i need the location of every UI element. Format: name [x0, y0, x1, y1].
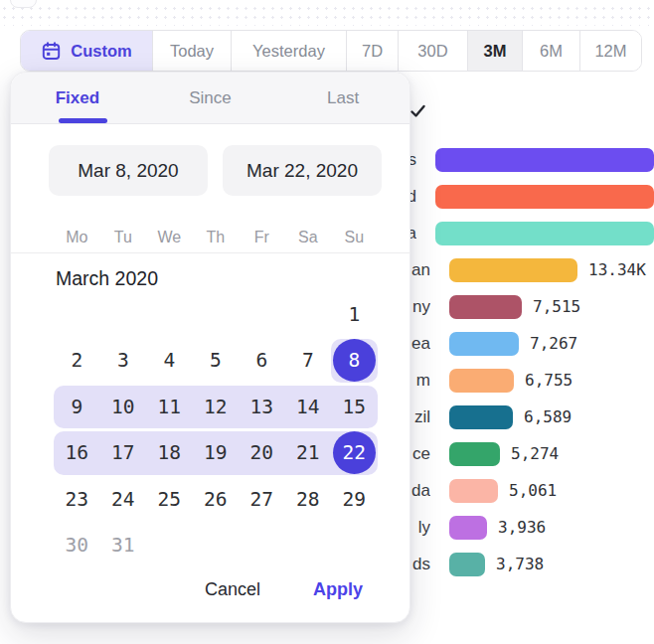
bar-value: 3,936 — [498, 518, 546, 537]
bar[interactable] — [449, 295, 522, 319]
bar[interactable] — [449, 405, 513, 429]
cutoff-panel-corner — [10, 0, 37, 8]
day-number: 21 — [296, 441, 319, 464]
day-cell[interactable]: 7 — [285, 338, 332, 385]
bar-value: 5,274 — [511, 444, 559, 463]
day-number: 1 — [348, 303, 360, 326]
day-number: 20 — [250, 441, 273, 464]
toolbar-segment-12m[interactable]: 12M — [580, 31, 641, 71]
day-cell[interactable]: 6 — [239, 338, 285, 385]
day-cell[interactable]: 23 — [54, 476, 100, 523]
empty-day-cell — [239, 291, 285, 338]
day-cell[interactable]: 24 — [100, 476, 147, 523]
day-cell[interactable]: 30 — [54, 523, 100, 569]
toolbar-segment-label: Custom — [71, 42, 131, 61]
toolbar-segment-yesterday[interactable]: Yesterday — [232, 31, 347, 71]
weekday-label: We — [146, 225, 193, 250]
day-cell[interactable]: 13 — [239, 384, 285, 430]
end-date-input[interactable]: Mar 22, 2020 — [223, 145, 382, 196]
day-cell[interactable]: 19 — [193, 430, 240, 477]
day-cell[interactable]: 3 — [100, 338, 147, 385]
day-cell[interactable]: 20 — [239, 430, 285, 477]
day-number: 4 — [163, 349, 175, 372]
day-number: 3 — [117, 349, 129, 372]
bar-value: 3,738 — [496, 555, 544, 573]
day-cell[interactable]: 18 — [146, 430, 193, 477]
weekday-label: Mo — [54, 225, 100, 250]
empty-day-cell — [54, 291, 100, 338]
day-number: 15 — [343, 396, 366, 418]
day-cell[interactable]: 14 — [285, 384, 332, 430]
day-cell[interactable]: 29 — [331, 476, 378, 523]
day-number: 8 — [333, 339, 376, 382]
day-cell[interactable]: 2 — [54, 338, 100, 385]
day-cell[interactable]: 11 — [146, 384, 193, 430]
day-number: 16 — [66, 441, 88, 464]
weekday-label: Th — [193, 225, 240, 250]
bar[interactable] — [449, 369, 514, 393]
bar[interactable] — [449, 553, 485, 576]
bar-value: 5,061 — [509, 481, 557, 500]
bar[interactable] — [449, 332, 519, 356]
day-cell[interactable]: 25 — [146, 476, 193, 523]
empty-day-cell — [331, 523, 378, 569]
calendar-icon — [41, 41, 62, 62]
bar[interactable] — [435, 148, 654, 172]
toolbar-segment-3m[interactable]: 3M — [468, 31, 523, 71]
bar[interactable] — [435, 222, 654, 245]
tab-since[interactable]: Since — [144, 73, 277, 123]
picker-footer: Cancel Apply — [11, 579, 409, 600]
weekday-label: Su — [331, 225, 378, 250]
toolbar-segment-7d[interactable]: 7D — [347, 31, 399, 71]
bar-value: 6,755 — [525, 371, 572, 390]
bar[interactable] — [449, 442, 500, 466]
day-number: 22 — [333, 431, 376, 474]
active-tab-underline — [59, 118, 107, 123]
day-cell[interactable]: 21 — [285, 430, 332, 477]
bar-value: 7,515 — [533, 297, 580, 316]
toolbar-segment-today[interactable]: Today — [153, 31, 232, 71]
day-cell[interactable]: 5 — [193, 338, 240, 385]
toolbar-segment-custom[interactable]: Custom — [21, 31, 153, 71]
day-cell-selected-end[interactable]: 22 — [331, 430, 378, 477]
bar-value: 13.34K — [588, 260, 646, 279]
bar[interactable] — [449, 479, 498, 503]
cancel-button[interactable]: Cancel — [205, 579, 260, 600]
day-cell[interactable]: 1 — [331, 291, 378, 338]
day-cell[interactable]: 31 — [100, 523, 147, 569]
day-number: 12 — [204, 396, 227, 418]
day-cell[interactable]: 9 — [54, 384, 100, 430]
day-cell[interactable]: 26 — [193, 476, 240, 523]
picker-tab-bar: Fixed Since Last — [11, 73, 409, 124]
day-cell[interactable]: 28 — [285, 476, 332, 523]
day-number: 5 — [210, 349, 222, 372]
day-cell[interactable]: 17 — [100, 430, 147, 477]
day-cell[interactable]: 16 — [54, 430, 100, 477]
day-number: 9 — [71, 396, 82, 418]
bar[interactable] — [435, 185, 654, 209]
day-cell[interactable]: 27 — [239, 476, 285, 523]
tab-fixed[interactable]: Fixed — [11, 73, 144, 123]
day-cell[interactable]: 10 — [100, 384, 147, 430]
day-number: 6 — [255, 349, 267, 372]
bar[interactable] — [449, 516, 487, 540]
day-number: 26 — [204, 488, 227, 511]
weekday-label: Sa — [285, 225, 332, 250]
day-number: 2 — [71, 349, 82, 372]
day-cell[interactable]: 15 — [331, 384, 378, 430]
day-cell[interactable]: 12 — [193, 384, 240, 430]
bar[interactable] — [449, 258, 577, 282]
toolbar-segment-30d[interactable]: 30D — [399, 31, 468, 71]
day-number: 31 — [111, 534, 134, 557]
toolbar-segment-6m[interactable]: 6M — [523, 31, 580, 71]
empty-day-cell — [285, 291, 332, 338]
empty-day-cell — [239, 523, 285, 569]
date-range-toolbar: Custom Today Yesterday 7D 30D 3M 6M 12M — [20, 30, 642, 72]
day-cell[interactable]: 4 — [146, 338, 193, 385]
day-number: 14 — [296, 396, 319, 418]
day-cell-selected-start[interactable]: 8 — [331, 338, 378, 385]
bar-value: 7,267 — [530, 334, 577, 353]
tab-last[interactable]: Last — [276, 73, 409, 123]
apply-button[interactable]: Apply — [313, 579, 363, 600]
start-date-input[interactable]: Mar 8, 2020 — [49, 145, 208, 196]
